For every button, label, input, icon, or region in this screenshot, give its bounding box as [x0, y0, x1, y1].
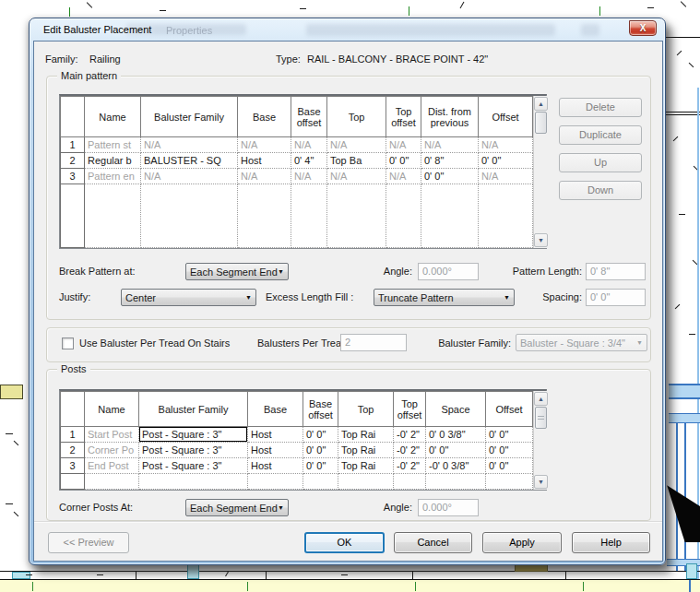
table-cell[interactable]: N/A	[238, 137, 291, 153]
table-cell[interactable]: N/A	[386, 137, 421, 153]
table-cell[interactable]: Post - Square : 3"	[139, 458, 248, 474]
table-cell[interactable]: 0' 4"	[291, 153, 327, 169]
justify-dropdown[interactable]: Center ▼	[121, 289, 256, 306]
angle-field: 0.000°	[418, 263, 479, 280]
table-cell[interactable]: 0' 0"	[303, 458, 338, 474]
column-header: Base	[238, 97, 291, 137]
posts-table: NameBaluster FamilyBaseBase offsetTopTop…	[59, 389, 547, 491]
row-number[interactable]: 3	[61, 458, 85, 474]
row-number[interactable]: 3	[61, 169, 85, 184]
apply-button[interactable]: Apply	[482, 532, 562, 553]
table-cell[interactable]: N/A	[291, 137, 327, 153]
title-bar[interactable]: Properties Edit Baluster Placement X	[30, 18, 665, 41]
column-header	[61, 97, 85, 137]
mouse-cursor-icon	[664, 484, 700, 542]
table-row[interactable]: 1Start PostPost - Square : 3"Host0' 0"To…	[61, 427, 533, 443]
column-header: Dist. from previous	[421, 97, 479, 137]
scrollbar-thumb[interactable]	[535, 407, 547, 429]
balusters-per-tread-field: 2	[340, 334, 407, 351]
table-cell[interactable]: 0' 0"	[303, 443, 338, 458]
table-cell[interactable]: Post - Square : 3"	[139, 443, 248, 458]
table-cell[interactable]: N/A	[479, 169, 533, 184]
table-cell[interactable]: N/A	[141, 137, 238, 153]
table-row[interactable]: 3Pattern enN/AN/AN/AN/AN/A0' 0"N/A	[61, 169, 533, 184]
table-cell[interactable]: 0' 8"	[421, 153, 479, 169]
row-number[interactable]: 2	[61, 443, 85, 458]
table-cell[interactable]: Top Ba	[327, 153, 386, 169]
table-cell[interactable]: N/A	[386, 169, 421, 184]
table-cell[interactable]: Host	[248, 458, 303, 474]
table-cell[interactable]: 0' 0"	[386, 153, 421, 169]
scroll-up-button[interactable]: ▲	[534, 97, 548, 111]
help-button[interactable]: Help	[572, 532, 650, 553]
table-cell[interactable]: N/A	[141, 169, 238, 184]
row-number[interactable]: 1	[61, 427, 85, 443]
table-cell[interactable]: Top Rai	[338, 458, 394, 474]
close-button[interactable]: X	[629, 20, 657, 36]
table-cell[interactable]: N/A	[327, 169, 386, 184]
main-table-scrollbar[interactable]: ▲ ▼	[533, 96, 548, 248]
table-cell[interactable]: End Post	[85, 458, 139, 474]
ok-button[interactable]: OK	[304, 532, 385, 553]
column-header: Top offset	[394, 392, 426, 427]
table-cell[interactable]: Pattern en	[85, 169, 141, 184]
table-cell[interactable]: BALUSTER - SQ	[141, 153, 238, 169]
table-cell[interactable]: 0' 0"	[303, 427, 338, 443]
table-cell[interactable]: -0' 2"	[394, 458, 426, 474]
triangle-up-icon: ▲	[538, 101, 544, 107]
table-cell[interactable]: Pattern st	[85, 137, 141, 153]
table-cell[interactable]: N/A	[479, 137, 533, 153]
table-cell[interactable]: Start Post	[85, 427, 139, 443]
table-row[interactable]: 3End PostPost - Square : 3"Host0' 0"Top …	[61, 458, 533, 474]
table-row[interactable]: 1Pattern stN/AN/AN/AN/AN/AN/AN/A	[61, 137, 533, 153]
table-cell[interactable]: N/A	[327, 137, 386, 153]
window-title: Edit Baluster Placement	[43, 24, 151, 35]
table-cell[interactable]: Host	[248, 443, 303, 458]
scroll-up-button[interactable]: ▲	[534, 392, 548, 406]
spacing-label: Spacing:	[517, 289, 582, 306]
table-cell[interactable]: 0' 0"	[486, 427, 533, 443]
table-row[interactable]: 2Corner PoPost - Square : 3"Host0' 0"Top…	[61, 443, 533, 458]
scroll-down-button[interactable]: ▼	[534, 475, 548, 489]
table-cell[interactable]: -0' 2"	[394, 443, 426, 458]
table-cell[interactable]: -0' 2"	[394, 427, 426, 443]
posts-table-scrollbar[interactable]: ▲ ▼	[533, 391, 548, 490]
break-pattern-dropdown[interactable]: Each Segment End ▼	[185, 263, 289, 280]
table-cell[interactable]: 0' 0"	[486, 458, 533, 474]
corner-posts-label: Corner Posts At:	[59, 499, 133, 516]
table-cell[interactable]: -0' 0 3/8"	[426, 458, 486, 474]
table-cell[interactable]: Host	[238, 153, 291, 169]
table-cell[interactable]: Post - Square : 3"	[139, 427, 248, 443]
table-cell[interactable]: Host	[248, 427, 303, 443]
scrollbar-thumb[interactable]	[535, 112, 547, 134]
column-header: Name	[85, 392, 139, 427]
table-cell[interactable]: N/A	[291, 169, 327, 184]
table-cell[interactable]: Top Rai	[338, 443, 394, 458]
pattern-length-label: Pattern Length:	[477, 263, 582, 280]
table-cell[interactable]: 0' 0"	[426, 443, 486, 458]
cad-yellow-band	[0, 580, 700, 592]
table-cell[interactable]: N/A	[238, 169, 291, 184]
main-pattern-grid[interactable]: NameBaluster FamilyBaseBase offsetTopTop…	[60, 96, 533, 248]
scroll-down-button[interactable]: ▼	[534, 233, 548, 247]
table-cell[interactable]: Regular b	[85, 153, 141, 169]
table-row[interactable]: 2Regular bBALUSTER - SQHost0' 4"Top Ba0'…	[61, 153, 533, 169]
corner-posts-dropdown[interactable]: Each Segment End ▼	[185, 499, 289, 516]
table-cell[interactable]: Top Rai	[338, 427, 394, 443]
table-cell[interactable]: 0' 0"	[421, 169, 479, 184]
cancel-button[interactable]: Cancel	[394, 532, 472, 553]
row-number[interactable]: 1	[61, 137, 85, 153]
empty-row	[61, 184, 533, 248]
row-number[interactable]: 2	[61, 153, 85, 169]
excess-length-label: Excess Length Fill :	[266, 289, 353, 306]
table-cell[interactable]: 0' 0 3/8"	[426, 427, 486, 443]
table-cell[interactable]: 0' 0"	[479, 153, 533, 169]
excess-length-dropdown[interactable]: Truncate Pattern ▼	[374, 289, 515, 306]
table-cell[interactable]: N/A	[421, 137, 479, 153]
use-baluster-per-tread-checkbox[interactable]	[62, 337, 74, 349]
table-cell[interactable]: 0' 0"	[486, 443, 533, 458]
justify-value: Center	[125, 292, 156, 303]
table-cell[interactable]: Corner Po	[85, 443, 139, 458]
posts-grid[interactable]: NameBaluster FamilyBaseBase offsetTopTop…	[60, 391, 533, 490]
column-header: Top	[338, 392, 394, 427]
